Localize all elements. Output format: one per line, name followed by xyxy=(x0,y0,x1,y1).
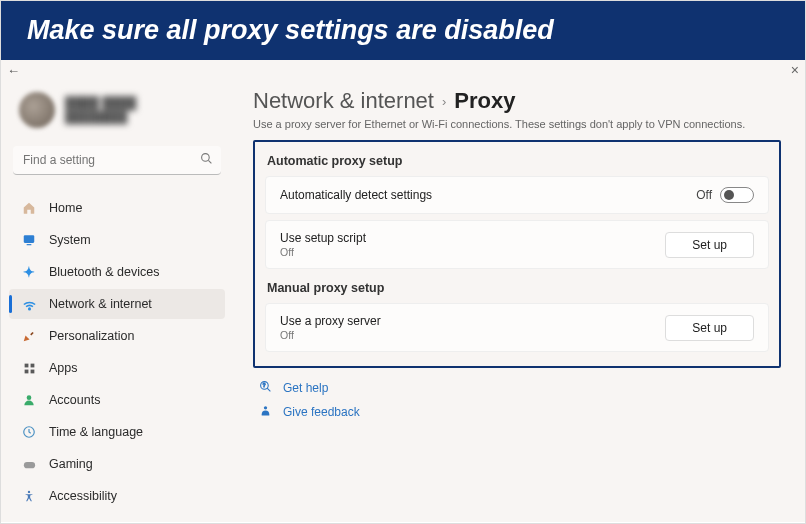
sidebar: ████ ████ ████████ Home System ✦Bluetoot… xyxy=(1,80,233,522)
avatar xyxy=(19,92,55,128)
back-icon[interactable]: ← xyxy=(7,63,20,78)
sidebar-item-label: Accessibility xyxy=(49,489,117,503)
sidebar-item-label: Apps xyxy=(49,361,78,375)
svg-rect-5 xyxy=(24,363,28,367)
sidebar-item-apps[interactable]: Apps xyxy=(9,353,225,383)
sidebar-item-label: Privacy & security xyxy=(49,521,148,522)
sidebar-item-network[interactable]: Network & internet xyxy=(9,289,225,319)
svg-rect-2 xyxy=(24,235,35,243)
sidebar-item-label: Time & language xyxy=(49,425,143,439)
svg-point-0 xyxy=(202,154,210,162)
accounts-icon xyxy=(21,392,37,408)
sidebar-item-system[interactable]: System xyxy=(9,225,225,255)
svg-line-1 xyxy=(208,160,211,163)
chevron-right-icon: › xyxy=(442,94,446,109)
svg-point-9 xyxy=(27,395,32,400)
row-setup-script: Use setup script Off Set up xyxy=(265,220,769,269)
personalization-icon xyxy=(21,328,37,344)
proxy-setup-button[interactable]: Set up xyxy=(665,315,754,341)
row-sublabel: Off xyxy=(280,329,381,341)
get-help-link[interactable]: ? Get help xyxy=(257,380,777,396)
settings-window: ← × ████ ████ ████████ Home System ✦Blue… xyxy=(1,60,805,522)
row-sublabel: Off xyxy=(280,246,366,258)
home-icon xyxy=(21,200,37,216)
bluetooth-icon: ✦ xyxy=(21,264,37,280)
highlighted-box: Automatic proxy setup Automatically dete… xyxy=(253,140,781,368)
titlebar: ← × xyxy=(1,60,805,80)
breadcrumb-current: Proxy xyxy=(454,88,515,114)
search-box xyxy=(13,146,221,175)
banner-text: Make sure all proxy settings are disable… xyxy=(27,15,554,45)
sidebar-item-label: Personalization xyxy=(49,329,134,343)
toggle-state-label: Off xyxy=(696,188,712,202)
svg-rect-3 xyxy=(27,244,32,245)
sidebar-item-label: Network & internet xyxy=(49,297,152,311)
apps-icon xyxy=(21,360,37,376)
sidebar-item-bluetooth[interactable]: ✦Bluetooth & devices xyxy=(9,257,225,287)
sidebar-item-gaming[interactable]: Gaming xyxy=(9,449,225,479)
svg-rect-8 xyxy=(30,369,34,373)
sidebar-item-time[interactable]: Time & language xyxy=(9,417,225,447)
search-icon[interactable] xyxy=(200,152,213,168)
sidebar-item-privacy[interactable]: Privacy & security xyxy=(9,513,225,522)
network-icon xyxy=(21,296,37,312)
svg-point-12 xyxy=(28,491,30,493)
close-icon[interactable]: × xyxy=(791,62,799,78)
profile-text: ████ ████ ████████ xyxy=(65,97,136,122)
sidebar-item-label: Bluetooth & devices xyxy=(49,265,160,279)
page-subheading: Use a proxy server for Ethernet or Wi-Fi… xyxy=(253,118,781,130)
row-label: Use a proxy server xyxy=(280,314,381,328)
help-icon: ? xyxy=(257,380,273,396)
breadcrumb-parent[interactable]: Network & internet xyxy=(253,88,434,114)
svg-point-16 xyxy=(263,406,266,409)
svg-rect-7 xyxy=(24,369,28,373)
feedback-icon xyxy=(257,404,273,420)
link-label: Give feedback xyxy=(283,405,360,419)
sidebar-item-accounts[interactable]: Accounts xyxy=(9,385,225,415)
user-profile[interactable]: ████ ████ ████████ xyxy=(9,84,225,136)
auto-detect-toggle[interactable] xyxy=(720,187,754,203)
row-auto-detect: Automatically detect settings Off xyxy=(265,176,769,214)
svg-rect-6 xyxy=(30,363,34,367)
svg-text:?: ? xyxy=(262,383,265,388)
time-icon xyxy=(21,424,37,440)
nav-list: Home System ✦Bluetooth & devices Network… xyxy=(9,191,225,522)
sidebar-item-accessibility[interactable]: Accessibility xyxy=(9,481,225,511)
setup-script-button[interactable]: Set up xyxy=(665,232,754,258)
instruction-banner: Make sure all proxy settings are disable… xyxy=(1,1,805,60)
give-feedback-link[interactable]: Give feedback xyxy=(257,404,777,420)
link-label: Get help xyxy=(283,381,328,395)
sidebar-item-label: Home xyxy=(49,201,82,215)
sidebar-item-personalization[interactable]: Personalization xyxy=(9,321,225,351)
sidebar-item-label: System xyxy=(49,233,91,247)
section-title-manual: Manual proxy setup xyxy=(267,281,767,295)
section-title-auto: Automatic proxy setup xyxy=(267,154,767,168)
svg-point-4 xyxy=(28,308,30,310)
privacy-icon xyxy=(21,520,37,522)
svg-rect-11 xyxy=(23,462,34,468)
gaming-icon xyxy=(21,456,37,472)
sidebar-item-home[interactable]: Home xyxy=(9,193,225,223)
sidebar-item-label: Gaming xyxy=(49,457,93,471)
svg-line-14 xyxy=(267,388,270,391)
row-label: Automatically detect settings xyxy=(280,188,432,202)
system-icon xyxy=(21,232,37,248)
sidebar-item-label: Accounts xyxy=(49,393,100,407)
accessibility-icon xyxy=(21,488,37,504)
row-label: Use setup script xyxy=(280,231,366,245)
row-proxy-server: Use a proxy server Off Set up xyxy=(265,303,769,352)
search-input[interactable] xyxy=(13,146,221,175)
main-content: Network & internet › Proxy Use a proxy s… xyxy=(233,80,805,522)
breadcrumb: Network & internet › Proxy xyxy=(253,88,781,114)
